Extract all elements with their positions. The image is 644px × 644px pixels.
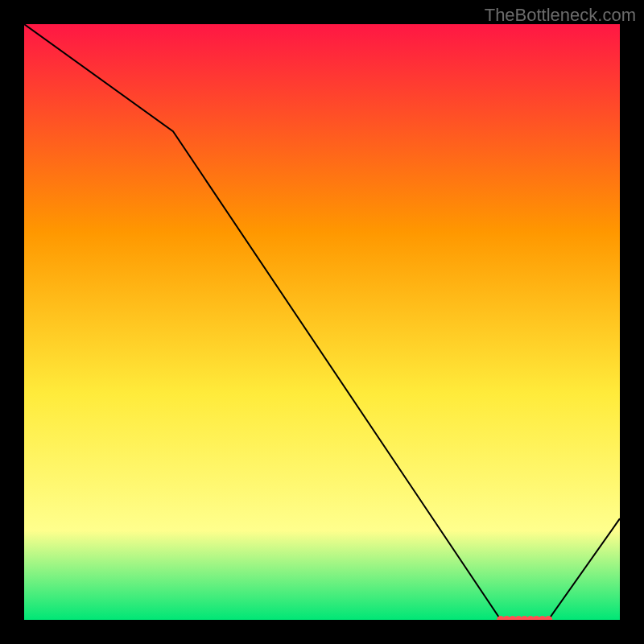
watermark-text: TheBottleneck.com xyxy=(485,5,636,26)
marker-group xyxy=(497,616,552,620)
chart-svg xyxy=(24,24,620,620)
chart-wrapper: TheBottleneck.com xyxy=(0,0,644,644)
gradient-background xyxy=(24,24,620,620)
plot-area xyxy=(24,24,620,620)
